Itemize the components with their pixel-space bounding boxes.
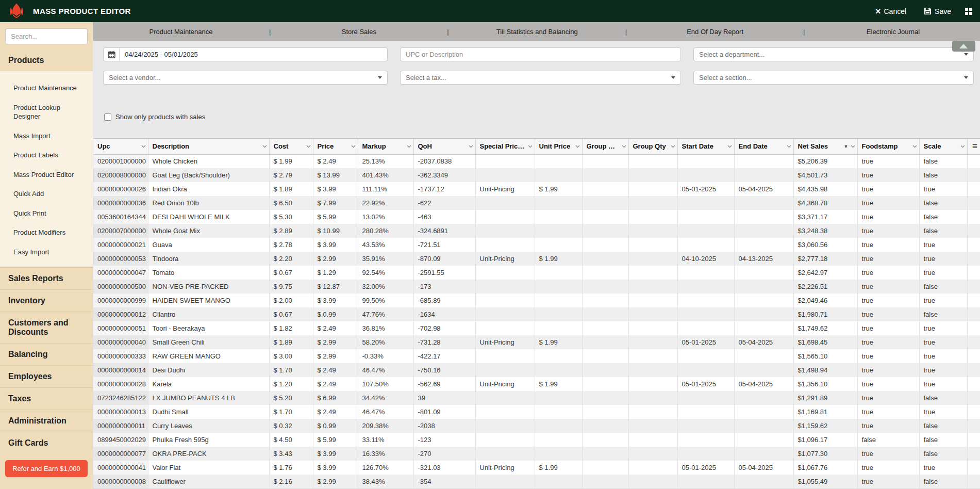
cell-scale[interactable]: false — [919, 419, 967, 433]
cell-start-date[interactable] — [677, 196, 734, 210]
cell-markup[interactable]: 22.92% — [358, 196, 413, 210]
column-header-upc[interactable]: Upc — [93, 139, 148, 154]
save-button[interactable]: Save — [924, 7, 951, 15]
cell-end-date[interactable] — [734, 349, 793, 363]
cell-price[interactable]: $ 0.99 — [313, 419, 358, 433]
cell-net-sales[interactable]: $4,435.98 — [793, 182, 857, 196]
vendor-select[interactable]: Select a vendor... — [103, 71, 388, 85]
cell-foodstamp[interactable]: true — [857, 363, 919, 377]
cell-start-date[interactable] — [677, 363, 734, 377]
cell-end-date[interactable]: 05-04-2025 — [734, 182, 793, 196]
cell-cost[interactable]: $ 1.89 — [269, 335, 313, 349]
cell-upc[interactable]: 0000000000008 — [93, 475, 148, 488]
upc-description-input[interactable] — [401, 48, 680, 61]
cell-special-price[interactable] — [475, 363, 535, 377]
cell-cost[interactable]: $ 2.79 — [269, 168, 313, 182]
column-header-price[interactable]: Price — [313, 139, 358, 154]
cell-group-qty[interactable] — [628, 475, 677, 488]
chevron-down-icon[interactable] — [141, 145, 146, 148]
cell-price[interactable]: $ 3.99 — [313, 238, 358, 252]
cell-end-date[interactable]: 05-04-2025 — [734, 461, 793, 475]
cell-foodstamp[interactable]: true — [857, 349, 919, 363]
cell-cost[interactable]: $ 1.70 — [269, 363, 313, 377]
cell-price[interactable]: $ 2.99 — [313, 335, 358, 349]
cell-special-price[interactable]: Unit-Pricing — [475, 461, 535, 475]
cell-price[interactable]: $ 2.99 — [313, 475, 358, 488]
cell-end-date[interactable] — [734, 307, 793, 321]
cell-start-date[interactable] — [677, 405, 734, 419]
cell-description[interactable]: Desi Dudhi — [148, 363, 269, 377]
cell-unit-price[interactable] — [535, 210, 582, 224]
sidebar-item-mass-product-editor[interactable]: Mass Product Editor — [0, 165, 93, 185]
cell-cost[interactable]: $ 1.20 — [269, 377, 313, 391]
cell-price[interactable]: $ 3.99 — [313, 461, 358, 475]
cell-unit-price[interactable] — [535, 224, 582, 238]
cell-group-price[interactable] — [582, 349, 628, 363]
cell-unit-price[interactable] — [535, 433, 582, 447]
sidebar-section-balancing[interactable]: Balancing — [0, 343, 93, 365]
cell-price[interactable]: $ 2.99 — [313, 349, 358, 363]
cell-foodstamp[interactable]: true — [857, 224, 919, 238]
cell-net-sales[interactable]: $1,055.49 — [793, 475, 857, 488]
cell-qoh[interactable]: -702.98 — [413, 321, 475, 335]
cell-cost[interactable]: $ 6.50 — [269, 196, 313, 210]
cell-description[interactable]: Curry Leaves — [148, 419, 269, 433]
cell-markup[interactable]: 38.43% — [358, 475, 413, 488]
cell-price[interactable]: $ 2.49 — [313, 321, 358, 335]
cell-unit-price[interactable] — [535, 196, 582, 210]
cell-qoh[interactable]: -173 — [413, 280, 475, 294]
cell-group-price[interactable] — [582, 182, 628, 196]
sidebar-section-inventory[interactable]: Inventory — [0, 289, 93, 312]
cell-group-qty[interactable] — [628, 461, 677, 475]
cell-upc[interactable]: 0000000000021 — [93, 238, 148, 252]
sidebar-section-gift-cards[interactable]: Gift Cards — [0, 432, 93, 454]
cell-cost[interactable]: $ 2.20 — [269, 252, 313, 266]
cell-unit-price[interactable] — [535, 447, 582, 461]
cell-group-qty[interactable] — [628, 307, 677, 321]
chevron-down-icon[interactable] — [306, 145, 311, 148]
cell-group-qty[interactable] — [628, 433, 677, 447]
sidebar-item-mass-import[interactable]: Mass Import — [0, 126, 93, 146]
cell-unit-price[interactable]: $ 1.99 — [535, 335, 582, 349]
cell-start-date[interactable] — [677, 210, 734, 224]
cell-group-qty[interactable] — [628, 419, 677, 433]
column-header-end-date[interactable]: End Date — [734, 139, 793, 154]
cell-special-price[interactable] — [475, 433, 535, 447]
cell-markup[interactable]: 13.02% — [358, 210, 413, 224]
cell-start-date[interactable] — [677, 321, 734, 335]
date-range-picker[interactable]: 04/24/2025 - 05/01/2025 — [103, 47, 388, 61]
cell-special-price[interactable] — [475, 391, 535, 405]
cell-price[interactable]: $ 2.99 — [313, 252, 358, 266]
cell-scale[interactable]: false — [919, 475, 967, 488]
column-header-foodstamp[interactable]: Foodstamp — [857, 139, 919, 154]
sidebar-section-customers-and-discounts[interactable]: Customers and Discounts — [0, 312, 93, 343]
cell-qoh[interactable]: -321.03 — [413, 461, 475, 475]
cell-start-date[interactable] — [677, 168, 734, 182]
sidebar-item-product-maintenance[interactable]: Product Maintenance — [0, 78, 93, 98]
cell-end-date[interactable] — [734, 280, 793, 294]
nav-item-end-of-day-report[interactable]: End Of Day Report — [627, 28, 803, 36]
sidebar-item-quick-print[interactable]: Quick Print — [0, 204, 93, 223]
cell-end-date[interactable] — [734, 419, 793, 433]
cell-foodstamp[interactable]: true — [857, 210, 919, 224]
cell-qoh[interactable]: -801.09 — [413, 405, 475, 419]
cell-unit-price[interactable] — [535, 238, 582, 252]
cell-start-date[interactable]: 05-01-2025 — [677, 182, 734, 196]
cell-start-date[interactable] — [677, 224, 734, 238]
cell-start-date[interactable] — [677, 266, 734, 280]
chevron-down-icon[interactable] — [469, 145, 473, 148]
cell-price[interactable]: $ 13.99 — [313, 168, 358, 182]
cell-price[interactable]: $ 0.99 — [313, 307, 358, 321]
cell-group-price[interactable] — [582, 280, 628, 294]
cell-description[interactable]: Guava — [148, 238, 269, 252]
cell-foodstamp[interactable]: true — [857, 154, 919, 168]
cell-markup[interactable]: 58.20% — [358, 335, 413, 349]
cell-markup[interactable]: 33.11% — [358, 433, 413, 447]
column-header-unit-price[interactable]: Unit Price — [535, 139, 582, 154]
cell-qoh[interactable]: -2038 — [413, 419, 475, 433]
cell-group-price[interactable] — [582, 433, 628, 447]
chevron-down-icon[interactable] — [727, 145, 732, 148]
cell-group-qty[interactable] — [628, 182, 677, 196]
cell-net-sales[interactable]: $1,159.62 — [793, 419, 857, 433]
cell-markup[interactable]: 46.47% — [358, 363, 413, 377]
